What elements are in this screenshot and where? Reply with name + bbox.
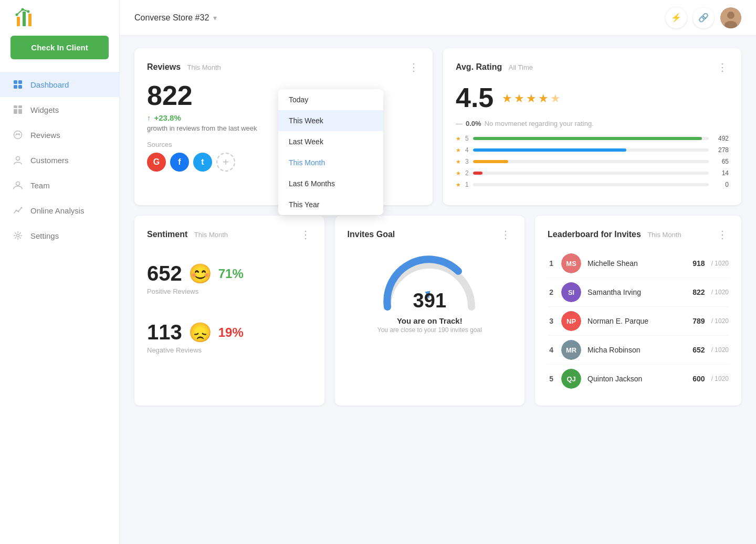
sidebar-item-customers[interactable]: Customers (0, 147, 119, 173)
chevron-down-icon: ▾ (213, 14, 217, 22)
leaderboard-list: 1 MS Michelle Shean 918 / 1020 2 SI Sama… (548, 249, 729, 393)
sidebar-item-widgets[interactable]: Widgets (0, 97, 119, 122)
positive-sentiment: 652 😊 71% (147, 262, 312, 285)
lb-name: Norman E. Parque (587, 317, 686, 325)
reviews-icon (13, 130, 23, 140)
bar-fill-4 (473, 148, 626, 152)
bar-track-2 (473, 172, 709, 175)
lb-avatar: NP (561, 311, 581, 331)
lb-name: Quinton Jackson (587, 375, 686, 383)
twitter-source-icon[interactable]: t (193, 153, 212, 172)
user-avatar[interactable] (720, 7, 741, 28)
link-button[interactable]: 🔗 (693, 7, 714, 28)
sidebar-item-settings[interactable]: Settings (0, 223, 119, 248)
sidebar-item-label: Customers (30, 156, 69, 165)
bar-val-2: 14 (713, 169, 729, 177)
reviews-card-more-icon[interactable]: ⋮ (408, 61, 420, 73)
bar-label-4: 4 (465, 146, 469, 154)
invites-more-icon[interactable]: ⋮ (500, 228, 512, 241)
invites-title-group: Invites Goal (348, 230, 395, 239)
leaderboard-card-header: Leaderboard for Invites This Month ⋮ (548, 228, 729, 241)
lb-total: / 1020 (711, 317, 729, 325)
leaderboard-more-icon[interactable]: ⋮ (717, 228, 729, 241)
bar-label-2: 2 (465, 169, 469, 177)
lb-avatar: MS (561, 253, 581, 273)
lb-rank: 2 (548, 288, 555, 296)
svg-rect-2 (28, 14, 32, 26)
dropdown-item-last-6-months[interactable]: Last 6 Months (278, 173, 383, 194)
header-actions: ⚡ 🔗 (666, 7, 741, 28)
svg-point-17 (16, 157, 20, 161)
avg-rating-title-group: Avg. Rating All Time (456, 62, 533, 72)
dropdown-item-this-year[interactable]: This Year (278, 194, 383, 215)
lb-score: 600 (692, 375, 705, 383)
sidebar-item-label: Dashboard (30, 80, 69, 89)
widgets-icon (13, 104, 23, 115)
svg-rect-7 (18, 80, 22, 84)
svg-rect-11 (18, 105, 22, 108)
bar-row-5: ★ 5 492 (456, 135, 729, 142)
svg-rect-13 (18, 109, 22, 114)
bar-row-1: ★ 1 0 (456, 181, 729, 188)
reviews-card-title-group: Reviews This Month (147, 62, 221, 72)
avg-rating-card-header: Avg. Rating All Time ⋮ (456, 61, 729, 73)
svg-rect-6 (14, 80, 17, 84)
sidebar-item-team[interactable]: Team (0, 173, 119, 198)
lb-avatar: QJ (561, 369, 581, 389)
happy-emoji-icon: 😊 (188, 263, 212, 285)
avg-rating-more-icon[interactable]: ⋮ (717, 61, 729, 73)
google-source-icon[interactable]: G (147, 153, 166, 172)
sentiment-title: Sentiment (147, 230, 187, 239)
lb-avatar-circle: SI (561, 282, 581, 302)
lb-rank: 1 (548, 259, 555, 268)
svg-point-5 (27, 10, 30, 13)
sidebar-item-label: Online Analysis (30, 206, 85, 215)
svg-point-15 (16, 133, 17, 134)
sidebar-item-online-analysis[interactable]: Online Analysis (0, 198, 119, 223)
dropdown-item-this-week[interactable]: This Week (278, 110, 383, 131)
sidebar-item-reviews[interactable]: Reviews (0, 122, 119, 147)
lb-score: 789 (692, 317, 705, 325)
lb-avatar-circle: NP (561, 311, 581, 331)
dropdown-item-last-week[interactable]: Last Week (278, 131, 383, 152)
header: Converse Store #32 ▾ ⚡ 🔗 (120, 0, 756, 36)
sidebar-item-dashboard[interactable]: Dashboard (0, 72, 119, 97)
sad-emoji-icon: 😞 (188, 322, 212, 344)
leaderboard-card: Leaderboard for Invites This Month ⋮ 1 M… (535, 216, 741, 406)
logo (0, 0, 119, 36)
bar-track-4 (473, 148, 709, 152)
lb-avatar: SI (561, 282, 581, 302)
bar-val-4: 278 (713, 146, 729, 154)
bar-label-1: 1 (465, 181, 469, 188)
settings-icon (13, 230, 23, 241)
lb-rank: 3 (548, 317, 555, 325)
link-icon: 🔗 (698, 13, 709, 23)
sentiment-more-icon[interactable]: ⋮ (300, 228, 312, 241)
sentiment-card-header: Sentiment This Month ⋮ (147, 228, 312, 241)
star-icon-4: ★ (456, 147, 461, 154)
svg-point-14 (14, 131, 22, 139)
dropdown-item-this-month[interactable]: This Month (278, 152, 383, 173)
facebook-source-icon[interactable]: f (170, 153, 189, 172)
lb-rank: 5 (548, 375, 555, 383)
bar-fill-5 (473, 137, 702, 140)
main-content: Converse Store #32 ▾ ⚡ 🔗 (120, 0, 756, 544)
star-half: ★ (550, 92, 561, 105)
movement-pct: 0.0% (466, 120, 481, 127)
bar-fill-2 (473, 172, 482, 175)
leaderboard-item: 1 MS Michelle Shean 918 / 1020 (548, 249, 729, 278)
svg-rect-1 (23, 12, 26, 26)
lb-total: / 1020 (711, 346, 729, 354)
invites-sub-label: You are close to your 190 invites goal (377, 326, 482, 334)
sidebar: Check In Client Dashboard (0, 0, 120, 544)
lb-total: / 1020 (711, 260, 729, 267)
store-selector[interactable]: Converse Store #32 ▾ (134, 13, 217, 23)
invites-value: 391 (413, 290, 446, 312)
lb-total: / 1020 (711, 375, 729, 382)
svg-rect-9 (18, 85, 22, 89)
bolt-button[interactable]: ⚡ (666, 7, 687, 28)
top-cards-row: Reviews This Month ⋮ 822 ↑ +23.8% growth… (134, 48, 741, 205)
add-source-button[interactable]: + (216, 153, 235, 172)
dropdown-item-today[interactable]: Today (278, 89, 383, 110)
checkin-button[interactable]: Check In Client (10, 36, 109, 59)
